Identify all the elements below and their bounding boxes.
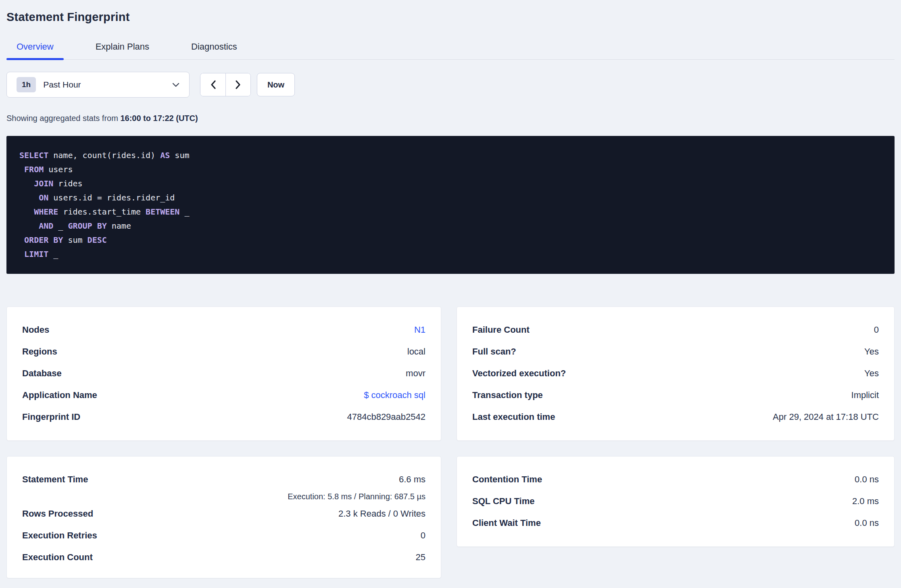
sql-line: ON users.id = rides.rider_id: [19, 191, 882, 205]
row-label: Contention Time: [472, 474, 542, 485]
value-text: 2.3 k Reads / 0 Writes: [338, 509, 425, 519]
table-row: Databasemovr: [22, 363, 425, 384]
sql-keyword: DESC: [88, 235, 107, 245]
sql-keyword: WHERE: [34, 207, 58, 217]
card-execution-attributes: Failure Count0Full scan?YesVectorized ex…: [457, 307, 895, 441]
sql-keyword: BETWEEN: [146, 207, 179, 217]
prev-time-button[interactable]: [200, 73, 225, 96]
card-overview-details: NodesN1RegionslocalDatabasemovrApplicati…: [6, 307, 441, 441]
row-value: 6.6 msExecution: 5.8 ms / Planning: 687.…: [288, 469, 425, 503]
row-value: Apr 29, 2024 at 17:18 UTC: [773, 412, 879, 422]
row-value: Implicit: [851, 390, 879, 400]
row-label: Fingerprint ID: [22, 412, 80, 422]
row-label: Rows Processed: [22, 509, 93, 519]
sql-line: FROM users: [19, 163, 882, 177]
tab-diagnostics[interactable]: Diagnostics: [181, 42, 247, 59]
value-text: 0.0 ns: [855, 518, 879, 528]
card-timing-stats: Contention Time0.0 nsSQL CPU Time2.0 msC…: [457, 456, 895, 547]
value-text: Yes: [864, 346, 879, 357]
tab-bar: OverviewExplain PlansDiagnostics: [6, 42, 895, 60]
sql-keyword: FROM: [24, 165, 44, 174]
value-text: 4784cb829aab2542: [347, 412, 425, 422]
value-text: 0: [874, 325, 879, 335]
stats-caption-prefix: Showing aggregated stats from: [6, 114, 120, 123]
value-text: local: [407, 346, 425, 357]
table-row: Full scan?Yes: [472, 341, 879, 363]
table-row: Rows Processed2.3 k Reads / 0 Writes: [22, 503, 425, 525]
value-link[interactable]: N1: [414, 325, 425, 335]
sql-keyword: LIMIT: [24, 249, 48, 259]
sql-keyword: ON: [39, 193, 48, 202]
table-row: Execution Retries0: [22, 525, 425, 546]
row-value: 0: [421, 530, 425, 541]
next-time-button[interactable]: [225, 73, 250, 96]
row-value: 0: [874, 325, 879, 335]
row-value: movr: [406, 368, 425, 379]
summary-cards: NodesN1RegionslocalDatabasemovrApplicati…: [6, 307, 895, 578]
table-row: Regionslocal: [22, 341, 425, 363]
sql-line: LIMIT _: [19, 247, 882, 261]
table-row: SQL CPU Time2.0 ms: [472, 490, 879, 512]
tab-explain-plans[interactable]: Explain Plans: [86, 42, 159, 59]
table-row: Last execution timeApr 29, 2024 at 17:18…: [472, 406, 879, 428]
row-label: Client Wait Time: [472, 518, 541, 528]
row-label: Statement Time: [22, 469, 88, 490]
row-value: 0.0 ns: [855, 518, 879, 528]
value-text: 6.6 ms: [288, 469, 425, 490]
stats-caption: Showing aggregated stats from 16:00 to 1…: [6, 114, 895, 123]
row-label: Vectorized execution?: [472, 368, 566, 379]
table-row: Client Wait Time0.0 ns: [472, 512, 879, 534]
value-text: movr: [406, 368, 425, 378]
row-value: 0.0 ns: [855, 474, 879, 485]
row-label: Regions: [22, 346, 57, 357]
sql-keyword: JOIN: [34, 179, 53, 188]
row-label: Execution Retries: [22, 530, 97, 541]
table-row: Statement Time6.6 msExecution: 5.8 ms / …: [22, 469, 425, 503]
value-text: 0: [421, 530, 425, 540]
time-interval-dropdown[interactable]: 1h Past Hour: [6, 72, 190, 98]
row-label: Execution Count: [22, 552, 93, 563]
row-value: 25: [416, 552, 425, 563]
row-value: $ cockroach sql: [364, 390, 425, 400]
sql-keyword: GROUP BY: [68, 221, 106, 231]
table-row: Application Name$ cockroach sql: [22, 384, 425, 406]
row-label: Application Name: [22, 390, 97, 400]
value-link[interactable]: $ cockroach sql: [364, 390, 425, 400]
table-row: Execution Count25: [22, 546, 425, 568]
statement-fingerprint-page: Statement Fingerprint OverviewExplain Pl…: [0, 0, 901, 588]
sql-line: ORDER BY sum DESC: [19, 233, 882, 247]
row-value: Yes: [864, 346, 879, 357]
row-label: Transaction type: [472, 390, 543, 400]
row-value: 4784cb829aab2542: [347, 412, 425, 422]
sql-line: AND _ GROUP BY name: [19, 219, 882, 233]
card-statement-stats: Statement Time6.6 msExecution: 5.8 ms / …: [6, 456, 441, 578]
row-label: Last execution time: [472, 412, 555, 422]
value-text: 0.0 ns: [855, 474, 879, 484]
now-button[interactable]: Now: [257, 73, 295, 96]
sql-keyword: AND: [39, 221, 53, 231]
row-label: Nodes: [22, 325, 49, 335]
value-text: Yes: [864, 368, 879, 378]
row-label: Failure Count: [472, 325, 530, 335]
row-label: Full scan?: [472, 346, 516, 357]
sql-line: JOIN rides: [19, 177, 882, 191]
chevron-left-icon: [210, 80, 216, 90]
table-row: Transaction typeImplicit: [472, 384, 879, 406]
value-text: 25: [416, 552, 425, 562]
table-row: Failure Count0: [472, 319, 879, 341]
sql-keyword: AS: [160, 150, 170, 160]
row-sub-value: Execution: 5.8 ms / Planning: 687.5 µs: [288, 490, 425, 503]
stats-caption-range: 16:00 to 17:22 (UTC): [120, 114, 198, 123]
page-title: Statement Fingerprint: [6, 0, 895, 24]
row-value: N1: [414, 325, 425, 335]
time-interval-badge: 1h: [17, 77, 36, 92]
value-text: Apr 29, 2024 at 17:18 UTC: [773, 412, 879, 422]
chevron-right-icon: [235, 80, 241, 90]
tab-overview[interactable]: Overview: [6, 42, 64, 59]
row-value: 2.0 ms: [852, 496, 879, 507]
time-controls: 1h Past Hour Now: [6, 72, 895, 98]
sql-statement-box: SELECT name, count(rides.id) AS sum FROM…: [6, 136, 895, 274]
sql-line: SELECT name, count(rides.id) AS sum: [19, 148, 882, 163]
sql-keyword: ORDER BY: [24, 235, 63, 245]
value-text: 2.0 ms: [852, 496, 879, 506]
